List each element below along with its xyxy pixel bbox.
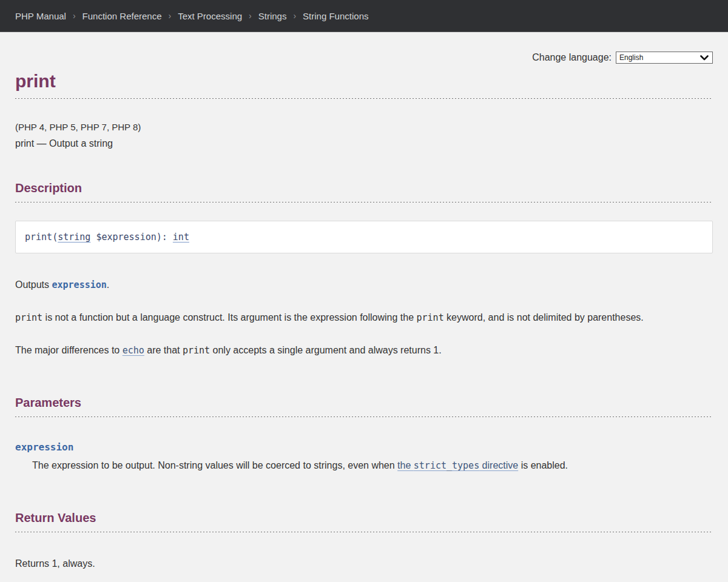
section-divider (15, 201, 713, 202)
signature-parameter: $expression (90, 232, 156, 242)
type-link-string[interactable]: string (58, 232, 90, 242)
breadcrumb-separator-icon: › (293, 11, 296, 21)
section-divider (15, 98, 713, 99)
breadcrumb-separator-icon: › (169, 11, 172, 21)
section-divider (15, 416, 713, 417)
text-run: . (107, 279, 109, 290)
breadcrumb-text-processing[interactable]: Text Processing (178, 11, 242, 21)
breadcrumb: PHP Manual › Function Reference › Text P… (15, 11, 369, 21)
function-purpose: Output a string (49, 138, 113, 149)
strict-types-directive-link[interactable]: the strict_types directive (397, 460, 518, 470)
text-run: the (397, 460, 414, 470)
text-run: only accepts a single argument and alway… (210, 345, 442, 355)
signature-function: print( (25, 232, 58, 242)
text-run: is enabled. (518, 460, 568, 470)
type-link-int[interactable]: int (173, 232, 189, 242)
language-selected-value: English (619, 53, 643, 62)
language-select[interactable]: English (616, 52, 713, 64)
function-summary: print — Output a string (15, 135, 713, 152)
breadcrumb-function-reference[interactable]: Function Reference (83, 11, 162, 21)
text-run: The major differences to (15, 345, 123, 355)
text-run: is not a function but a language constru… (42, 312, 416, 323)
paragraph-returns: Returns 1, always. (15, 555, 713, 572)
text-run: are that (144, 345, 183, 355)
return-values-heading: Return Values (15, 510, 713, 525)
inline-code-print: print (15, 312, 42, 323)
description-heading: Description (15, 181, 713, 195)
inline-code-strict-types: strict_types (414, 460, 479, 471)
php-version-info: (PHP 4, PHP 5, PHP 7, PHP 8) (15, 119, 713, 135)
breadcrumb-separator-icon: › (73, 11, 76, 21)
paragraph-differences: The major differences to echo are that p… (15, 342, 713, 359)
parameters-heading: Parameters (15, 395, 713, 410)
function-name: print (15, 138, 34, 149)
breadcrumb-separator-icon: › (249, 11, 252, 21)
method-signature-box: print(string $expression): int (15, 221, 713, 253)
breadcrumb-php-manual[interactable]: PHP Manual (15, 11, 66, 21)
breadcrumb-string-functions[interactable]: String Functions (303, 11, 368, 21)
inline-code-print: print (183, 345, 210, 356)
summary-dash: — (34, 138, 49, 149)
main-content: Change language: English print (PHP 4, P… (0, 32, 728, 572)
inline-code-print: print (417, 312, 444, 323)
paragraph-outputs: Outputs expression. (15, 276, 713, 293)
text-run: keyword, and is not delimited by parenth… (444, 312, 644, 323)
top-navigation-bar: PHP Manual › Function Reference › Text P… (0, 0, 728, 32)
page-title: print (15, 70, 713, 92)
section-divider (15, 531, 713, 532)
parameter-description: The expression to be output. Non-string … (32, 457, 713, 474)
parameter-name: expression (15, 441, 713, 453)
language-row: Change language: English (15, 32, 713, 64)
text-run: directive (479, 460, 518, 470)
chevron-down-icon (700, 55, 709, 61)
parameter-list: expression The expression to be output. … (15, 441, 713, 474)
parameter-reference: expression (52, 279, 106, 290)
inline-code-echo: echo (123, 345, 144, 356)
change-language-label: Change language: (532, 52, 612, 63)
paragraph-language-construct: print is not a function but a language c… (15, 309, 713, 326)
text-run: Outputs (15, 279, 52, 290)
breadcrumb-strings[interactable]: Strings (258, 11, 287, 21)
text-run: The expression to be output. Non-string … (32, 460, 397, 470)
echo-link[interactable]: echo (123, 345, 144, 355)
signature-close: ): (157, 232, 173, 242)
